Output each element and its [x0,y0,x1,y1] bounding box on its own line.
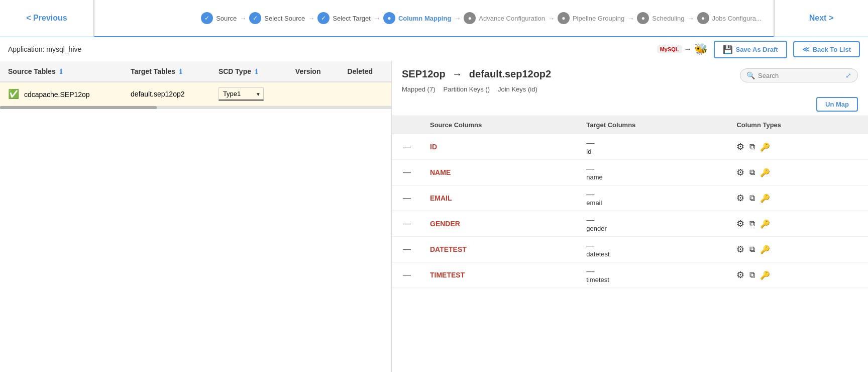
app-name: Application: mysql_hive [8,45,81,53]
table-header-row: Source Tables ℹ Target Tables ℹ SCD Type… [0,61,391,82]
source-table-name: cdcapache.SEP12op [24,90,90,99]
target-table-cell: default.sep12op2 [123,82,210,106]
col-target-cell: — id [578,134,728,160]
columns-row[interactable]: — TIMETEST — timetest ⚙ ⧉ 🔑 [392,262,868,288]
th-scd-type-label: SCD Type [219,67,251,75]
next-button[interactable]: Next > [774,0,868,37]
copy-icon[interactable]: ⧉ [749,168,755,177]
target-table-name: default.sep12op2 [131,90,184,98]
step-select-target-circle: ✓ [317,12,330,24]
col-dash: — [403,219,411,228]
col-actions-cell: ⚙ ⧉ 🔑 [728,160,868,185]
scd-wrapper: Type1 Type2 [219,87,264,101]
key-icon[interactable]: 🔑 [760,168,770,177]
step-pipeline-grouping: ● Pipeline Grouping [558,12,624,24]
main-content: Source Tables ℹ Target Tables ℹ SCD Type… [0,61,868,372]
target-dash: — [586,216,720,224]
arrow-5: → [548,15,555,22]
gear-icon[interactable]: ⚙ [736,167,744,178]
gear-icon[interactable]: ⚙ [736,141,744,152]
step-jobs-config-label: Jobs Configura... [712,15,762,22]
step-source-circle: ✓ [201,12,213,24]
th-target-tables-label: Target Tables [131,67,175,75]
th-source-tables-label: Source Tables [8,67,56,75]
step-select-source: ✓ Select Source [249,12,305,24]
mapping-arrow-icon: → [452,68,462,79]
key-icon[interactable]: 🔑 [760,270,770,280]
col-actions: ⚙ ⧉ 🔑 [736,269,860,281]
step-select-source-circle: ✓ [249,12,261,24]
col-source-cell: NAME [422,160,578,185]
save-draft-button[interactable]: 💾 Save As Draft [714,41,787,58]
app-bar-right: MySQL → 🐝 💾 Save As Draft ≪ Back To List [657,41,860,58]
col-dash-cell: — [392,185,422,211]
unmap-button[interactable]: Un Map [816,97,858,112]
table-row[interactable]: ✅ cdcapache.SEP12op default.sep12op2 Typ… [0,82,391,106]
copy-icon[interactable]: ⧉ [749,194,755,203]
horizontal-scrollbar[interactable] [0,106,391,109]
step-column-mapping-circle: ● [383,12,395,24]
hive-icon: 🐝 [694,43,708,56]
scd-type-info-icon[interactable]: ℹ [255,68,258,75]
th-source-tables: Source Tables ℹ [0,61,123,82]
gear-icon[interactable]: ⚙ [736,193,744,204]
step-scheduling-circle: ● [637,12,649,24]
columns-row[interactable]: — DATETEST — datetest ⚙ ⧉ 🔑 [392,237,868,262]
col-dash: — [403,194,411,202]
columns-row[interactable]: — EMAIL — email ⚙ ⧉ 🔑 [392,185,868,211]
gear-icon[interactable]: ⚙ [736,244,744,255]
expand-icon[interactable]: ⤢ [845,71,851,79]
th-target-tables: Target Tables ℹ [123,61,210,82]
copy-icon[interactable]: ⧉ [749,270,755,280]
steps-container: ✓ Source → ✓ Select Source → ✓ Select Ta… [94,12,868,24]
source-table-cell: ✅ cdcapache.SEP12op [0,82,123,106]
target-dash: — [586,165,720,173]
th-column-types: Column Types [728,116,868,134]
scd-type-select[interactable]: Type1 Type2 [219,87,264,101]
copy-icon[interactable]: ⧉ [749,142,755,151]
columns-row[interactable]: — ID — id ⚙ ⧉ 🔑 [392,134,868,160]
col-source-cell: ID [422,134,578,160]
target-col-wrapper: — datetest [586,237,720,262]
th-scd-type: SCD Type ℹ [210,61,287,82]
gear-icon[interactable]: ⚙ [736,269,744,281]
columns-row[interactable]: — NAME — name ⚙ ⧉ 🔑 [392,160,868,185]
arrow-6: → [627,15,634,22]
key-icon[interactable]: 🔑 [760,142,770,152]
target-tables-info-icon[interactable]: ℹ [179,68,182,75]
target-col-wrapper: — name [586,160,720,185]
gear-icon[interactable]: ⚙ [736,218,744,229]
key-icon[interactable]: 🔑 [760,245,770,254]
arrow-4: → [454,15,461,22]
target-col-wrapper: — email [586,185,720,211]
col-actions-cell: ⚙ ⧉ 🔑 [728,185,868,211]
copy-icon[interactable]: ⧉ [749,219,755,228]
columns-row[interactable]: — GENDER — gender ⚙ ⧉ 🔑 [392,211,868,237]
col-dash: — [403,270,411,279]
col-target-cell: — datetest [578,237,728,262]
col-actions: ⚙ ⧉ 🔑 [736,141,860,152]
copy-icon[interactable]: ⧉ [749,245,755,254]
mysql-icon: MySQL [657,45,682,53]
deleted-cell [339,82,391,106]
arrow-7: → [688,15,694,22]
target-name: name [586,174,720,180]
prev-button[interactable]: < Previous [0,0,94,37]
col-target-cell: — name [578,160,728,185]
key-icon[interactable]: 🔑 [760,219,770,229]
search-input[interactable] [758,72,842,79]
partition-label: Partition Keys () [443,85,489,93]
step-select-target: ✓ Select Target [317,12,371,24]
step-advance-config-circle: ● [464,12,476,24]
col-target-cell: — email [578,185,728,211]
target-col-wrapper: — id [586,134,720,159]
save-draft-label: Save As Draft [736,46,778,53]
right-header: SEP12op → default.sep12op2 🔍 ⤢ [392,61,868,82]
back-list-button[interactable]: ≪ Back To List [793,41,860,57]
scrollbar-thumb [0,106,157,109]
source-tables-info-icon[interactable]: ℹ [60,68,62,75]
step-column-mapping: ● Column Mapping [383,12,451,24]
key-icon[interactable]: 🔑 [760,194,770,203]
target-col-wrapper: — timetest [586,262,720,288]
col-source-cell: DATETEST [422,237,578,262]
